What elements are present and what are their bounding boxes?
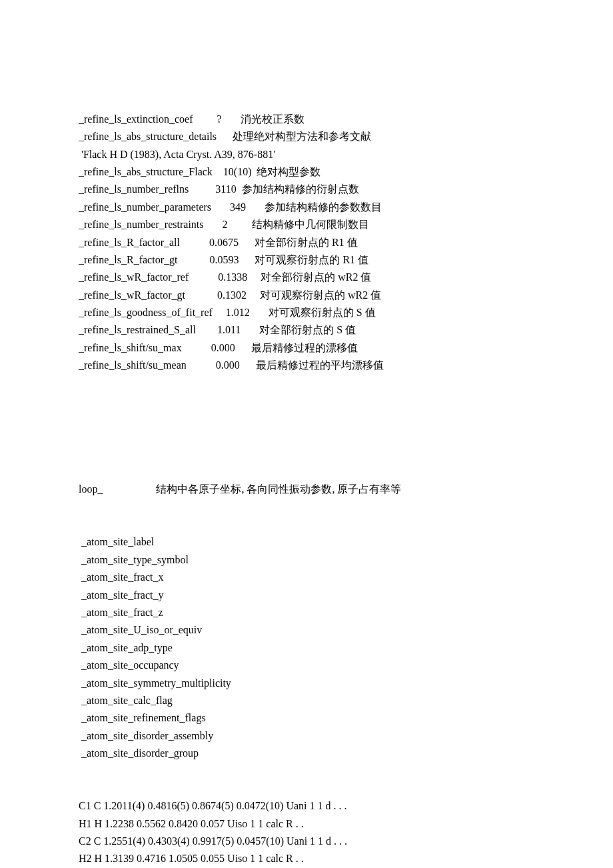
atom-site-field: _atom_site_refinement_flags <box>79 709 534 727</box>
atom-site-field: _atom_site_label <box>79 533 534 551</box>
refine-param-line: _refine_ls_shift/su_mean 0.000 最后精修过程的平均… <box>79 357 534 374</box>
refine-param-line: _refine_ls_number_reflns 3110 参加结构精修的衍射点… <box>79 181 534 198</box>
atom-site-field: _atom_site_U_iso_or_equiv <box>79 621 534 639</box>
refine-param-line: 'Flack H D (1983), Acta Cryst. A39, 876-… <box>79 146 534 163</box>
refine-param-line: _refine_ls_shift/su_max 0.000 最后精修过程的漂移值 <box>79 339 534 357</box>
atom-site-data: C1 C 1.2011(4) 0.4816(5) 0.8674(5) 0.047… <box>79 797 534 868</box>
atom-site-field: _atom_site_occupancy <box>79 657 534 674</box>
atom-site-field: _atom_site_symmetry_multiplicity <box>79 675 534 692</box>
refine-param-line: _refine_ls_R_factor_gt 0.0593 对可观察衍射点的 R… <box>79 251 534 269</box>
refine-param-line: _refine_ls_abs_structure_details 处理绝对构型方… <box>79 128 534 145</box>
atom-site-field: _atom_site_type_symbol <box>79 551 534 569</box>
atom-site-fields: _atom_site_label _atom_site_type_symbol … <box>79 533 534 762</box>
refine-param-line: _refine_ls_extinction_coef ? 消光校正系数 <box>79 111 534 128</box>
atom-site-row: H2 H 1.3139 0.4716 1.0505 0.055 Uiso 1 1… <box>79 850 534 867</box>
atom-site-field: _atom_site_fract_y <box>79 587 534 604</box>
refine-param-line: _refine_ls_number_parameters 349 参加结构精修的… <box>79 199 534 216</box>
refine-param-line: _refine_ls_restrained_S_all 1.011 对全部衍射点… <box>79 321 534 339</box>
refine-param-line: _refine_ls_abs_structure_Flack 10(10) 绝对… <box>79 163 534 181</box>
refine-params-block: _refine_ls_extinction_coef ? 消光校正系数_refi… <box>79 111 534 375</box>
refine-param-line: _refine_ls_R_factor_all 0.0675 对全部衍射点的 R… <box>79 234 534 251</box>
atom-site-row: C2 C 1.2551(4) 0.4303(4) 0.9917(5) 0.045… <box>79 833 534 850</box>
atom-site-field: _atom_site_fract_x <box>79 569 534 586</box>
atom-site-field: _atom_site_calc_flag <box>79 692 534 709</box>
refine-param-line: _refine_ls_wR_factor_gt 0.1302 对可观察衍射点的 … <box>79 287 534 304</box>
atom-site-field: _atom_site_disorder_assembly <box>79 727 534 745</box>
atom-site-field: _atom_site_adp_type <box>79 639 534 657</box>
atom-site-row: C1 C 1.2011(4) 0.4816(5) 0.8674(5) 0.047… <box>79 797 534 815</box>
atom-site-row: H1 H 1.2238 0.5562 0.8420 0.057 Uiso 1 1… <box>79 815 534 833</box>
atom-site-field: _atom_site_fract_z <box>79 604 534 621</box>
refine-param-line: _refine_ls_goodness_of_fit_ref 1.012 对可观… <box>79 304 534 321</box>
document-page: _refine_ls_extinction_coef ? 消光校正系数_refi… <box>0 0 613 868</box>
refine-param-line: _refine_ls_number_restraints 2 结构精修中几何限制… <box>79 216 534 233</box>
loop-header: loop_ 结构中各原子坐标, 各向同性振动参数, 原子占有率等 <box>79 481 534 498</box>
atom-site-field: _atom_site_disorder_group <box>79 745 534 762</box>
refine-param-line: _refine_ls_wR_factor_ref 0.1338 对全部衍射点的 … <box>79 269 534 286</box>
